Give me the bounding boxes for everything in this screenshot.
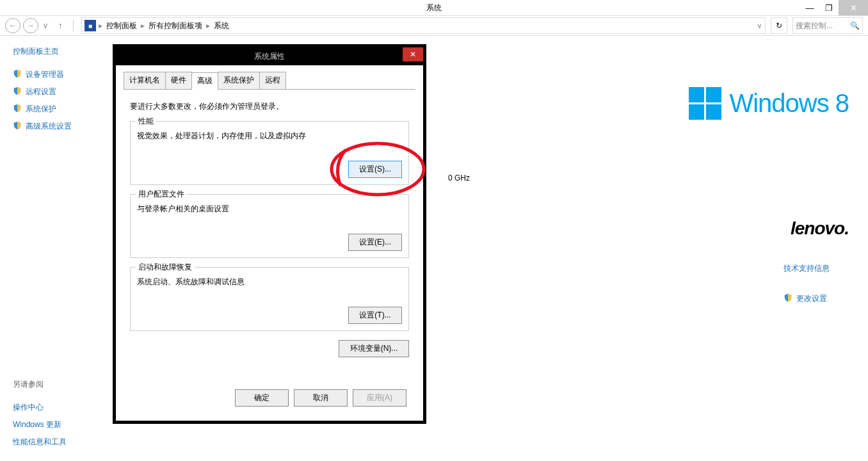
sidebar-item-label: 远程设置 bbox=[26, 86, 56, 97]
close-button[interactable]: ✕ bbox=[839, 0, 868, 15]
forward-button[interactable]: → bbox=[23, 18, 38, 33]
history-dropdown[interactable]: v bbox=[41, 21, 50, 30]
breadcrumb-sep: ▸ bbox=[97, 21, 104, 30]
windows-logo-icon bbox=[689, 87, 721, 120]
breadcrumb-sep: ▸ bbox=[140, 21, 146, 30]
windows8-branding: Windows 8 bbox=[689, 87, 849, 120]
shield-icon bbox=[784, 293, 792, 304]
cpu-ghz-fragment: 0 GHz bbox=[448, 174, 470, 182]
tab-hardware[interactable]: 硬件 bbox=[165, 72, 192, 89]
change-settings-link[interactable]: 更改设置 bbox=[784, 293, 830, 304]
right-links: 技术支持信息 更改设置 bbox=[784, 263, 830, 304]
group-startup-desc: 系统启动、系统故障和调试信息 bbox=[137, 277, 402, 287]
search-placeholder: 搜索控制... bbox=[796, 20, 850, 31]
maximize-button[interactable]: ❐ bbox=[819, 0, 839, 15]
breadcrumb-sep: ▸ bbox=[205, 21, 211, 30]
up-button[interactable]: ↑ bbox=[55, 20, 65, 31]
control-panel-icon: ■ bbox=[84, 20, 96, 31]
breadcrumb-item-1[interactable]: 所有控制面板项 bbox=[147, 20, 204, 31]
sidebar-item-label: 高级系统设置 bbox=[26, 121, 72, 132]
sidebar-title: 控制面板主页 bbox=[13, 46, 122, 57]
see-also-perf-info[interactable]: 性能信息和工具 bbox=[13, 433, 67, 451]
dialog-titlebar[interactable]: 系统属性 ✕ bbox=[116, 47, 423, 65]
admin-note: 要进行大多数更改，你必须作为管理员登录。 bbox=[130, 101, 409, 112]
shield-icon bbox=[13, 121, 22, 132]
tab-content-advanced: 要进行大多数更改，你必须作为管理员登录。 性能 视觉效果，处理器计划，内存使用，… bbox=[124, 90, 415, 383]
tab-system-protection[interactable]: 系统保护 bbox=[218, 72, 260, 89]
shield-icon bbox=[13, 69, 22, 80]
group-performance-title: 性能 bbox=[136, 116, 156, 127]
performance-settings-button[interactable]: 设置(S)... bbox=[348, 161, 402, 178]
see-also-windows-update[interactable]: Windows 更新 bbox=[13, 416, 67, 433]
windows8-text: Windows 8 bbox=[729, 89, 849, 118]
breadcrumb-item-0[interactable]: 控制面板 bbox=[105, 20, 138, 31]
system-properties-dialog: 系统属性 ✕ 计算机名 硬件 高级 系统保护 远程 要进行大多数更改，你必须作为… bbox=[113, 45, 426, 423]
shield-icon bbox=[13, 104, 22, 115]
sidebar-device-manager[interactable]: 设备管理器 bbox=[13, 66, 122, 83]
address-dropdown[interactable]: v bbox=[757, 22, 762, 29]
oem-logo: lenovo. bbox=[791, 218, 849, 239]
dialog-button-row: 确定 取消 应用(A) bbox=[124, 383, 415, 413]
group-user-profile-desc: 与登录帐户相关的桌面设置 bbox=[137, 204, 402, 214]
shield-icon bbox=[13, 86, 22, 97]
dialog-body: 计算机名 硬件 高级 系统保护 远程 要进行大多数更改，你必须作为管理员登录。 … bbox=[116, 65, 423, 421]
group-performance-desc: 视觉效果，处理器计划，内存使用，以及虚拟内存 bbox=[137, 131, 402, 142]
tab-strip: 计算机名 硬件 高级 系统保护 远程 bbox=[124, 72, 415, 90]
environment-variables-button[interactable]: 环境变量(N)... bbox=[339, 340, 409, 357]
dialog-close-button[interactable]: ✕ bbox=[403, 47, 423, 61]
group-performance: 性能 视觉效果，处理器计划，内存使用，以及虚拟内存 设置(S)... bbox=[130, 121, 409, 185]
sidebar-item-label: 系统保护 bbox=[26, 104, 56, 115]
cancel-button[interactable]: 取消 bbox=[294, 389, 348, 407]
sidebar-advanced-system[interactable]: 高级系统设置 bbox=[13, 118, 122, 135]
apply-button[interactable]: 应用(A) bbox=[353, 389, 406, 407]
group-startup-recovery: 启动和故障恢复 系统启动、系统故障和调试信息 设置(T)... bbox=[130, 267, 409, 331]
address-bar[interactable]: ■ ▸ 控制面板 ▸ 所有控制面板项 ▸ 系统 v bbox=[81, 17, 766, 34]
sidebar-remote-settings[interactable]: 远程设置 bbox=[13, 83, 122, 101]
tech-support-link[interactable]: 技术支持信息 bbox=[784, 263, 830, 274]
search-input[interactable]: 搜索控制... 🔍 bbox=[792, 17, 863, 34]
breadcrumb-item-2[interactable]: 系统 bbox=[213, 20, 230, 31]
sidebar-item-label: 设备管理器 bbox=[26, 69, 64, 80]
back-button[interactable]: ← bbox=[5, 18, 20, 33]
group-user-profile-title: 用户配置文件 bbox=[136, 189, 187, 200]
window-title: 系统 bbox=[426, 3, 442, 13]
toolbar: ← → v ↑ ■ ▸ 控制面板 ▸ 所有控制面板项 ▸ 系统 v ↻ 搜索控制… bbox=[0, 16, 868, 36]
toolbar-separator bbox=[73, 20, 74, 31]
tab-advanced[interactable]: 高级 bbox=[191, 72, 218, 90]
refresh-button[interactable]: ↻ bbox=[771, 17, 787, 34]
see-also-title: 另请参阅 bbox=[13, 379, 67, 390]
group-startup-title: 启动和故障恢复 bbox=[136, 262, 195, 273]
window-controls: — ❐ ✕ bbox=[800, 0, 868, 15]
user-profile-settings-button[interactable]: 设置(E)... bbox=[348, 234, 402, 251]
startup-settings-button[interactable]: 设置(T)... bbox=[348, 307, 402, 324]
sidebar-see-also: 另请参阅 操作中心 Windows 更新 性能信息和工具 bbox=[13, 379, 67, 451]
group-user-profile: 用户配置文件 与登录帐户相关的桌面设置 设置(E)... bbox=[130, 194, 409, 258]
sidebar-system-protection[interactable]: 系统保护 bbox=[13, 101, 122, 118]
window-titlebar: 系统 — ❐ ✕ bbox=[0, 0, 868, 16]
tab-remote[interactable]: 远程 bbox=[259, 72, 286, 89]
dialog-title: 系统属性 bbox=[254, 51, 285, 62]
change-settings-label: 更改设置 bbox=[796, 293, 827, 304]
minimize-button[interactable]: — bbox=[800, 0, 819, 15]
search-icon: 🔍 bbox=[850, 21, 860, 30]
see-also-action-center[interactable]: 操作中心 bbox=[13, 399, 67, 416]
ok-button[interactable]: 确定 bbox=[235, 389, 289, 407]
tab-computer-name[interactable]: 计算机名 bbox=[124, 72, 166, 89]
